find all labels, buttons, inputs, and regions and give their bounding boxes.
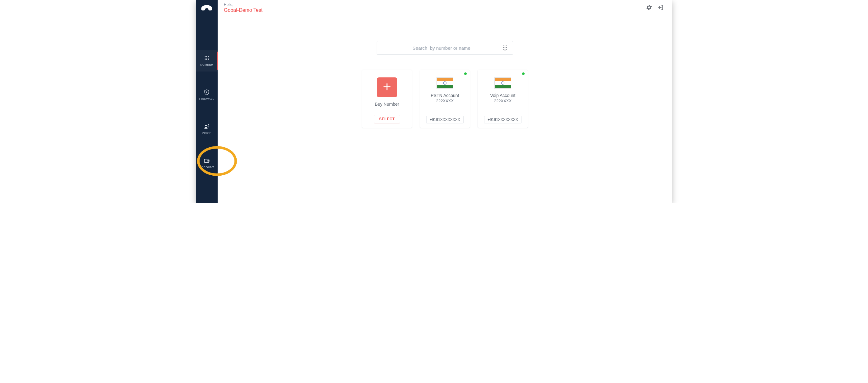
sidebar-item-account[interactable]: ACCOUNT [196, 152, 218, 174]
voice-icon [204, 124, 210, 130]
svg-point-20 [503, 49, 504, 50]
svg-point-18 [505, 47, 506, 48]
svg-point-3 [205, 58, 206, 59]
cards-row: Buy Number SELECT PSTN Account 222XXXX +… [362, 70, 528, 128]
status-indicator [464, 72, 467, 75]
svg-point-23 [505, 50, 506, 51]
content: Buy Number SELECT PSTN Account 222XXXX +… [218, 16, 672, 203]
svg-point-17 [503, 47, 504, 48]
plus-icon [382, 82, 392, 93]
account-card-pstn[interactable]: PSTN Account 222XXXX +9191XXXXXXXX [420, 70, 470, 128]
topbar: Hello, Gobal-Demo Test [218, 0, 672, 16]
wallet-icon [204, 158, 210, 164]
card-subtitle: 222XXXX [436, 99, 454, 103]
user-name: Gobal-Demo Test [224, 7, 262, 14]
svg-point-0 [205, 56, 206, 57]
phone-number: +9191XXXXXXXX [426, 116, 464, 124]
settings-button[interactable] [644, 2, 655, 14]
card-subtitle: 222XXXX [494, 99, 512, 103]
dialpad-icon [204, 55, 210, 61]
sidebar-item-label: FIREWALL [199, 97, 215, 100]
svg-point-1 [207, 56, 207, 57]
svg-point-14 [503, 45, 504, 46]
svg-point-8 [208, 59, 209, 60]
svg-point-21 [505, 49, 506, 50]
svg-point-4 [207, 58, 207, 59]
logout-icon [657, 4, 664, 12]
svg-point-16 [506, 45, 507, 46]
svg-point-10 [205, 125, 207, 126]
account-card-voip[interactable]: Voip Account 222XXXX +9191XXXXXXXX [477, 70, 528, 128]
svg-point-15 [505, 45, 506, 46]
card-title: PSTN Account [431, 93, 459, 98]
sidebar-item-label: NUMBER [200, 63, 213, 66]
sidebar-item-number[interactable]: NUMBER [196, 50, 218, 71]
logout-button[interactable] [655, 2, 666, 14]
flag-india-icon [436, 77, 453, 89]
svg-point-9 [206, 92, 207, 93]
sidebar-nav: NUMBER FIREWALL VOICE ACCOUNT [196, 50, 218, 186]
sidebar: NUMBER FIREWALL VOICE ACCOUNT [196, 0, 218, 203]
buy-number-card[interactable]: Buy Number SELECT [362, 70, 412, 128]
svg-point-22 [506, 49, 507, 50]
card-title: Voip Account [490, 93, 516, 98]
sidebar-item-voice[interactable]: VOICE [196, 118, 218, 140]
greeting: Hello, Gobal-Demo Test [224, 2, 262, 14]
sidebar-item-label: VOICE [202, 132, 212, 135]
search-input[interactable] [381, 45, 501, 51]
main-panel: Hello, Gobal-Demo Test [218, 0, 672, 203]
svg-point-6 [205, 59, 206, 60]
sidebar-item-firewall[interactable]: FIREWALL [196, 84, 218, 106]
shield-icon [204, 89, 210, 96]
greeting-label: Hello, [224, 2, 262, 7]
phone-number: +9191XXXXXXXX [484, 116, 522, 124]
svg-point-13 [208, 161, 209, 161]
dialpad-icon[interactable] [501, 44, 508, 51]
status-indicator [522, 72, 525, 75]
gear-icon [646, 4, 653, 12]
search-box[interactable] [377, 41, 513, 55]
card-title: Buy Number [375, 102, 399, 107]
flag-india-icon [494, 77, 511, 89]
sidebar-item-label: ACCOUNT [199, 166, 214, 169]
svg-point-7 [207, 59, 207, 60]
add-icon-box [377, 77, 397, 97]
app-logo [196, 0, 218, 19]
svg-point-5 [208, 58, 209, 59]
app-window: NUMBER FIREWALL VOICE ACCOUNT [196, 0, 672, 203]
svg-point-2 [208, 56, 209, 57]
select-button[interactable]: SELECT [374, 115, 400, 124]
svg-point-19 [506, 47, 507, 48]
